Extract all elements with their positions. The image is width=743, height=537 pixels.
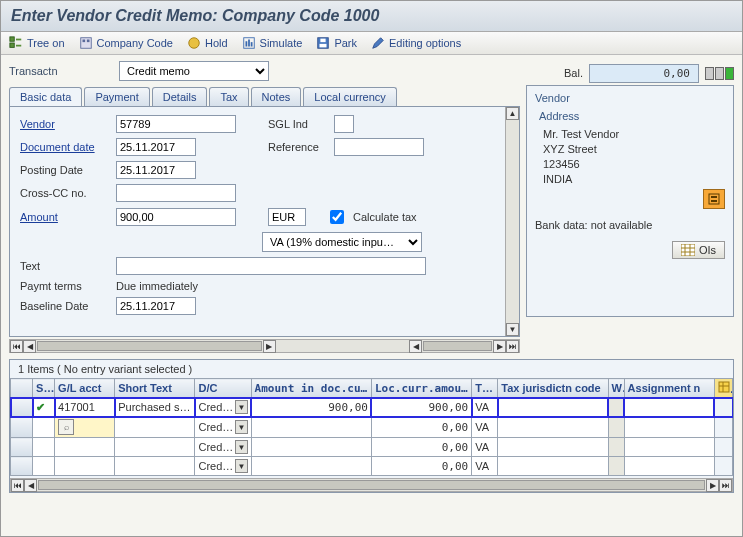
- amount-doc-cell[interactable]: [251, 457, 371, 476]
- document-date-label[interactable]: Document date: [20, 141, 110, 153]
- text-input[interactable]: [116, 257, 426, 275]
- gl-acct-cell[interactable]: ⌕: [55, 417, 115, 438]
- tab-local-currency[interactable]: Local currency: [303, 87, 397, 106]
- gl-acct-cell[interactable]: [55, 457, 115, 476]
- amount-label[interactable]: Amount: [20, 211, 110, 223]
- chevron-down-icon[interactable]: ▼: [235, 459, 247, 473]
- tax-code-cell[interactable]: VA: [472, 417, 498, 438]
- reference-input[interactable]: [334, 138, 424, 156]
- scroll-right-button[interactable]: ▶: [263, 340, 276, 353]
- grid-horizontal-scrollbar[interactable]: ⏮ ◀ ▶ ⏭: [10, 478, 733, 492]
- horizontal-scrollbar[interactable]: ⏮ ◀ ▶ ◀ ▶ ⏭: [9, 339, 520, 353]
- cross-cc-input[interactable]: [116, 184, 236, 202]
- scroll-left-button[interactable]: ◀: [23, 340, 36, 353]
- amount-loc-cell[interactable]: 900,00: [371, 398, 471, 417]
- scroll-down-button[interactable]: ▼: [506, 323, 519, 336]
- amount-doc-cell[interactable]: 900,00: [251, 398, 371, 417]
- vendor-input[interactable]: [116, 115, 236, 133]
- items-table[interactable]: S… G/L acct Short Text D/C Amount in doc…: [10, 378, 733, 476]
- w-cell[interactable]: [608, 457, 624, 476]
- tax-jur-cell[interactable]: [498, 438, 608, 457]
- simulate-button[interactable]: Simulate: [242, 36, 303, 50]
- amount-input[interactable]: [116, 208, 236, 226]
- tab-notes[interactable]: Notes: [251, 87, 302, 106]
- tab-basic-data[interactable]: Basic data: [9, 87, 82, 106]
- col-assignment[interactable]: Assignment n: [624, 379, 714, 398]
- gl-acct-cell[interactable]: 417001: [55, 398, 115, 417]
- sgl-ind-input[interactable]: [334, 115, 354, 133]
- short-text-cell[interactable]: [115, 438, 195, 457]
- editing-options-button[interactable]: Editing options: [371, 36, 461, 50]
- short-text-cell[interactable]: [115, 417, 195, 438]
- grid-scroll-left[interactable]: ◀: [24, 479, 37, 492]
- assignment-cell[interactable]: [624, 457, 714, 476]
- amount-loc-cell[interactable]: 0,00: [371, 457, 471, 476]
- w-cell[interactable]: [608, 417, 624, 438]
- dc-cell[interactable]: Cred…▼: [195, 398, 251, 417]
- table-row[interactable]: Cred…▼0,00VA: [11, 457, 733, 476]
- park-button[interactable]: Park: [316, 36, 357, 50]
- col-config[interactable]: [714, 379, 732, 398]
- chevron-down-icon[interactable]: ▼: [235, 420, 247, 434]
- tax-jur-cell[interactable]: [498, 457, 608, 476]
- vertical-scrollbar[interactable]: ▲ ▼: [505, 107, 519, 336]
- tax-code-cell[interactable]: VA: [472, 457, 498, 476]
- currency-input[interactable]: [268, 208, 306, 226]
- scroll-first-left[interactable]: ⏮: [10, 340, 23, 353]
- row-selector[interactable]: [11, 438, 33, 457]
- col-w[interactable]: W: [608, 379, 624, 398]
- col-amount-doc[interactable]: Amount in doc.curr.: [251, 379, 371, 398]
- table-row[interactable]: ✔417001Purchased s…Cred…▼900,00900,00VA: [11, 398, 733, 417]
- short-text-cell[interactable]: [115, 457, 195, 476]
- col-short-text[interactable]: Short Text: [115, 379, 195, 398]
- hold-button[interactable]: Hold: [187, 36, 228, 50]
- col-gl-acct[interactable]: G/L acct: [55, 379, 115, 398]
- col-rowheader[interactable]: [11, 379, 33, 398]
- w-cell[interactable]: [608, 398, 624, 417]
- transactn-select[interactable]: Credit memo: [119, 61, 269, 81]
- assignment-cell[interactable]: [624, 417, 714, 438]
- open-items-button[interactable]: OIs: [672, 241, 725, 259]
- company-code-button[interactable]: Company Code: [79, 36, 173, 50]
- tax-code-cell[interactable]: VA: [472, 398, 498, 417]
- baseline-date-input[interactable]: [116, 297, 196, 315]
- display-address-button[interactable]: [703, 189, 725, 209]
- scroll-left-button-2[interactable]: ◀: [409, 340, 422, 353]
- f4-search-icon[interactable]: ⌕: [58, 419, 74, 435]
- scroll-right-button-2[interactable]: ▶: [493, 340, 506, 353]
- chevron-down-icon[interactable]: ▼: [235, 400, 247, 414]
- amount-doc-cell[interactable]: [251, 417, 371, 438]
- assignment-cell[interactable]: [624, 398, 714, 417]
- tree-on-button[interactable]: Tree on: [9, 36, 65, 50]
- row-selector[interactable]: [11, 457, 33, 476]
- row-selector[interactable]: [11, 417, 33, 438]
- amount-loc-cell[interactable]: 0,00: [371, 417, 471, 438]
- tax-jur-cell[interactable]: [498, 398, 608, 417]
- tab-details[interactable]: Details: [152, 87, 208, 106]
- vendor-label[interactable]: Vendor: [20, 118, 110, 130]
- short-text-cell[interactable]: Purchased s…: [115, 398, 195, 417]
- dc-cell[interactable]: Cred…▼: [195, 438, 251, 457]
- grid-scroll-first[interactable]: ⏮: [11, 479, 24, 492]
- col-tax-jur[interactable]: Tax jurisdictn code: [498, 379, 608, 398]
- tax-jur-cell[interactable]: [498, 417, 608, 438]
- grid-scroll-right[interactable]: ▶: [706, 479, 719, 492]
- w-cell[interactable]: [608, 438, 624, 457]
- scroll-up-button[interactable]: ▲: [506, 107, 519, 120]
- col-dc[interactable]: D/C: [195, 379, 251, 398]
- col-tax-code[interactable]: T…: [472, 379, 498, 398]
- col-amount-loc[interactable]: Loc.curr.amount: [371, 379, 471, 398]
- document-date-input[interactable]: [116, 138, 196, 156]
- chevron-down-icon[interactable]: ▼: [235, 440, 247, 454]
- amount-loc-cell[interactable]: 0,00: [371, 438, 471, 457]
- row-selector[interactable]: [11, 398, 33, 417]
- col-status[interactable]: S…: [33, 379, 55, 398]
- assignment-cell[interactable]: [624, 438, 714, 457]
- tax-code-select[interactable]: VA (19% domestic inpu…: [262, 232, 422, 252]
- calculate-tax-checkbox[interactable]: [330, 210, 344, 224]
- amount-doc-cell[interactable]: [251, 438, 371, 457]
- table-row[interactable]: Cred…▼0,00VA: [11, 438, 733, 457]
- gl-acct-cell[interactable]: [55, 438, 115, 457]
- scroll-last-right[interactable]: ⏭: [506, 340, 519, 353]
- grid-scroll-last[interactable]: ⏭: [719, 479, 732, 492]
